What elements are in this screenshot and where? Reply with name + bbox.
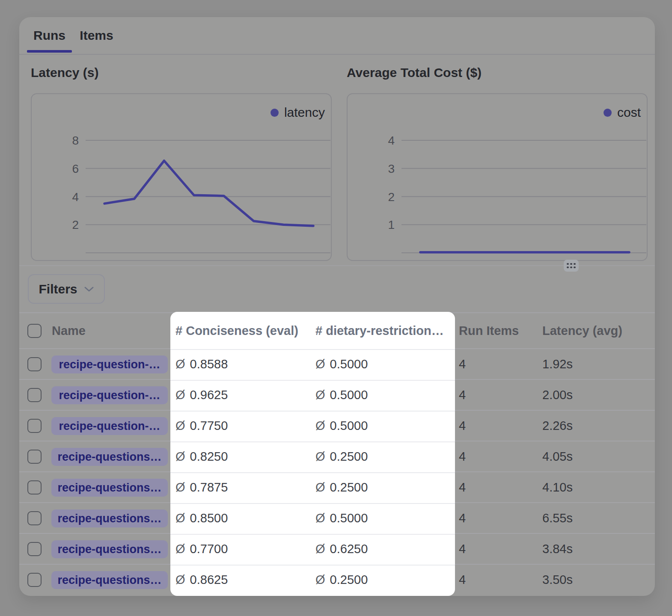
run-items-cell: 4 (459, 565, 466, 595)
filters-button[interactable]: Filters (28, 274, 105, 304)
row-checkbox[interactable] (27, 419, 42, 433)
conciseness-cell: Ø0.8500 (175, 503, 228, 533)
run-items-cell: 4 (459, 472, 466, 502)
average-symbol: Ø (315, 450, 325, 464)
panel-resize-handle[interactable] (564, 260, 579, 272)
run-items-cell: 4 (459, 349, 466, 379)
run-items-cell: 4 (459, 380, 466, 410)
latency-avg-cell: 2.00s (542, 380, 573, 410)
latency-avg-cell: 4.05s (542, 441, 573, 471)
latency-chart-title: Latency (s) (31, 65, 98, 80)
cost-chart-title: Average Total Cost ($) (347, 65, 482, 80)
average-symbol: Ø (315, 573, 325, 587)
run-name-badge[interactable]: recipe-question-… (51, 386, 168, 404)
average-symbol: Ø (175, 542, 185, 556)
tab-bar: Runs Items (19, 17, 655, 55)
average-symbol: Ø (315, 419, 325, 433)
latency-legend-label: latency (284, 105, 325, 120)
dietary-restriction-cell: Ø0.5000 (315, 349, 368, 379)
svg-text:3: 3 (388, 162, 395, 175)
column-header-latency-avg[interactable]: Latency (avg) (542, 313, 622, 348)
select-all-checkbox[interactable] (27, 324, 42, 338)
dietary-restriction-cell: Ø0.2500 (315, 441, 368, 471)
latency-legend: latency (271, 105, 325, 120)
tab-runs[interactable]: Runs (27, 17, 72, 54)
table-row: recipe-questions…Ø0.7875Ø0.250044.10s (19, 472, 655, 503)
table-row: recipe-question-…Ø0.9625Ø0.500042.00s (19, 380, 655, 411)
row-checkbox[interactable] (27, 388, 42, 402)
latency-avg-cell: 6.55s (542, 503, 573, 533)
dietary-restriction-cell: Ø0.5000 (315, 503, 368, 533)
conciseness-cell: Ø0.8625 (175, 565, 228, 595)
run-items-cell: 4 (459, 411, 466, 441)
dietary-restriction-cell: Ø0.2500 (315, 472, 368, 502)
row-checkbox[interactable] (27, 480, 42, 495)
latency-avg-cell: 2.26s (542, 411, 573, 441)
run-items-cell: 4 (459, 441, 466, 471)
row-checkbox[interactable] (27, 357, 42, 371)
average-symbol: Ø (315, 511, 325, 525)
run-name-badge[interactable]: recipe-questions… (51, 540, 168, 558)
run-name-badge[interactable]: recipe-questions… (51, 509, 168, 527)
svg-text:4: 4 (72, 190, 79, 204)
run-name-badge[interactable]: recipe-questions… (51, 479, 168, 497)
latency-chart: 8642 latency (31, 93, 332, 261)
table-header-row: Name# Conciseness (eval)# dietary-restri… (19, 312, 655, 349)
column-header-run-items[interactable]: Run Items (459, 313, 519, 348)
run-name-badge[interactable]: recipe-questions… (51, 448, 168, 466)
table-row: recipe-questions…Ø0.8625Ø0.250043.50s (19, 565, 655, 595)
average-symbol: Ø (175, 357, 185, 371)
run-name-badge[interactable]: recipe-question-… (51, 417, 168, 435)
column-header-conciseness[interactable]: # Conciseness (eval) (175, 313, 298, 348)
latency-avg-cell: 3.50s (542, 565, 573, 595)
table-row: recipe-question-…Ø0.8588Ø0.500041.92s (19, 349, 655, 380)
average-symbol: Ø (175, 573, 185, 587)
conciseness-cell: Ø0.9625 (175, 380, 228, 410)
column-header-dietary-restriction[interactable]: # dietary-restriction… (315, 313, 444, 348)
svg-text:8: 8 (72, 134, 79, 147)
svg-text:2: 2 (388, 190, 395, 204)
filters-button-label: Filters (39, 282, 77, 296)
cost-legend-label: cost (617, 105, 641, 120)
chevron-down-icon (84, 286, 94, 292)
dietary-restriction-cell: Ø0.6250 (315, 534, 368, 564)
average-symbol: Ø (175, 480, 185, 495)
average-symbol: Ø (175, 450, 185, 464)
conciseness-cell: Ø0.8588 (175, 349, 228, 379)
latency-avg-cell: 1.92s (542, 349, 573, 379)
row-checkbox[interactable] (27, 542, 42, 556)
svg-text:4: 4 (388, 134, 395, 147)
conciseness-cell: Ø0.7875 (175, 472, 228, 502)
average-symbol: Ø (315, 357, 325, 371)
svg-text:1: 1 (388, 218, 395, 231)
svg-text:6: 6 (72, 162, 79, 175)
run-name-badge[interactable]: recipe-questions… (51, 571, 168, 589)
table-row: recipe-questions…Ø0.8500Ø0.500046.55s (19, 503, 655, 534)
average-symbol: Ø (315, 542, 325, 556)
table-row: recipe-questions…Ø0.8250Ø0.250044.05s (19, 441, 655, 472)
cost-legend-dot-icon (604, 109, 612, 117)
average-symbol: Ø (175, 388, 185, 402)
conciseness-cell: Ø0.7750 (175, 411, 228, 441)
cost-legend: cost (604, 105, 641, 120)
svg-text:2: 2 (72, 218, 79, 231)
row-checkbox[interactable] (27, 511, 42, 525)
panel-divider (19, 265, 655, 266)
run-name-badge[interactable]: recipe-question-… (51, 355, 168, 373)
row-checkbox[interactable] (27, 450, 42, 464)
column-header-name[interactable]: Name (52, 313, 86, 348)
table-row: recipe-questions…Ø0.7700Ø0.625043.84s (19, 534, 655, 565)
average-symbol: Ø (175, 511, 185, 525)
runs-panel: Runs Items Latency (s) Average Total Cos… (19, 17, 655, 596)
run-items-cell: 4 (459, 534, 466, 564)
grip-dots-icon (567, 263, 576, 269)
row-checkbox[interactable] (27, 573, 42, 587)
average-symbol: Ø (315, 480, 325, 495)
cost-chart: 4321 cost (347, 93, 648, 261)
latency-avg-cell: 3.84s (542, 534, 573, 564)
cost-chart-plot: 4321 (348, 94, 647, 260)
conciseness-cell: Ø0.7700 (175, 534, 228, 564)
run-items-cell: 4 (459, 503, 466, 533)
latency-avg-cell: 4.10s (542, 472, 573, 502)
tab-items[interactable]: Items (79, 17, 114, 54)
